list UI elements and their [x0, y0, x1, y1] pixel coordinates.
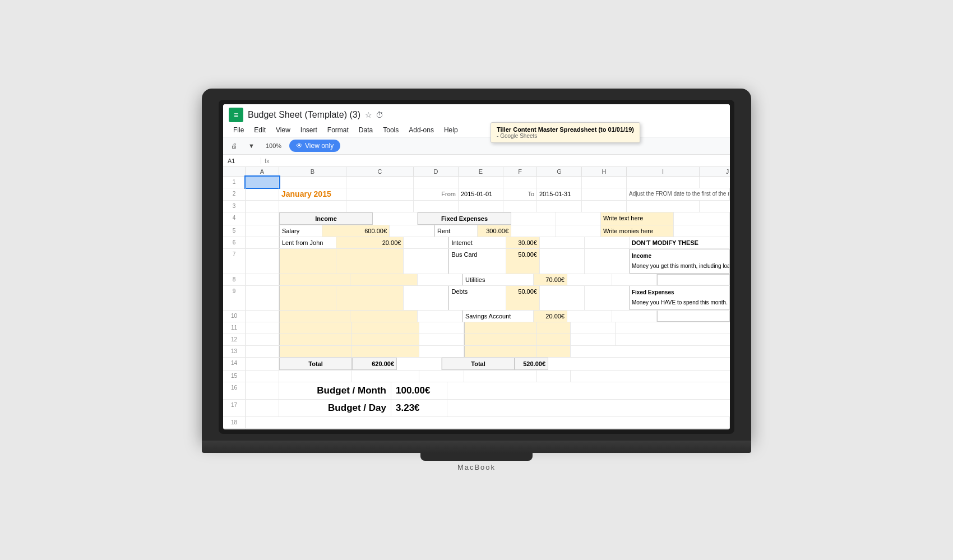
cell-a5[interactable]	[246, 225, 279, 237]
cell-d3[interactable]	[414, 201, 459, 212]
rent-amount[interactable]: 300.00€	[478, 225, 511, 237]
cell-i5[interactable]: Write monies here	[601, 225, 674, 237]
cell-g7[interactable]	[540, 249, 585, 274]
cell-b15[interactable]	[279, 371, 352, 382]
cell-e13[interactable]	[464, 346, 537, 357]
cell-f3[interactable]	[503, 201, 537, 212]
cell-b10[interactable]	[279, 311, 350, 322]
cell-d7[interactable]	[404, 249, 448, 274]
cell-g8[interactable]	[567, 274, 612, 285]
menu-format[interactable]: Format	[323, 124, 353, 136]
cell-a2[interactable]	[246, 188, 279, 200]
cell-c10[interactable]	[350, 311, 418, 322]
cell-i4[interactable]: Write text here	[601, 212, 674, 225]
cell-f13[interactable]	[537, 346, 571, 357]
cell-b8[interactable]	[279, 274, 350, 285]
cell-d13[interactable]	[419, 346, 464, 357]
star-icon[interactable]: ☆	[365, 110, 372, 119]
cell-d6[interactable]	[404, 237, 448, 248]
debts-amount[interactable]: 50.00€	[506, 286, 540, 310]
view-only-button[interactable]: 👁 View only	[289, 140, 340, 152]
cell-c12[interactable]	[352, 334, 419, 345]
cell-g9[interactable]	[540, 286, 585, 310]
lent-label[interactable]: Lent from John	[279, 237, 336, 248]
cell-f12[interactable]	[537, 334, 571, 345]
cell-h3[interactable]	[582, 201, 627, 212]
cell-a6[interactable]	[246, 237, 279, 248]
cell-d15[interactable]	[419, 371, 464, 382]
cell-i8[interactable]	[657, 274, 730, 285]
savings-amount[interactable]: 20.00€	[534, 311, 567, 322]
cell-a15[interactable]	[246, 371, 279, 382]
cell-e3[interactable]	[459, 201, 503, 212]
menu-data[interactable]: Data	[354, 124, 377, 136]
cell-h5[interactable]	[556, 225, 601, 237]
menu-insert[interactable]: Insert	[296, 124, 322, 136]
cell-e1[interactable]	[459, 177, 503, 188]
cell-a1[interactable]	[246, 177, 279, 188]
menu-edit[interactable]: Edit	[249, 124, 270, 136]
cell-j5[interactable]	[674, 225, 730, 237]
cell-i10[interactable]	[657, 311, 730, 322]
cell-c11[interactable]	[352, 322, 419, 334]
buscard-label[interactable]: Bus Card	[448, 249, 506, 274]
cell-g11[interactable]	[571, 322, 616, 334]
cell-c9[interactable]	[336, 286, 404, 310]
cell-a14[interactable]	[246, 358, 279, 370]
cell-e15[interactable]	[464, 371, 537, 382]
lent-amount[interactable]: 20.00€	[336, 237, 404, 248]
menu-file[interactable]: File	[229, 124, 248, 136]
cell-j3[interactable]	[700, 201, 730, 212]
cell-g3[interactable]	[537, 201, 582, 212]
cell-a13[interactable]	[246, 346, 279, 357]
menu-help[interactable]: Help	[440, 124, 462, 136]
cell-j4[interactable]	[674, 212, 730, 225]
debts-label[interactable]: Debts	[448, 286, 506, 310]
cell-a16[interactable]	[246, 382, 279, 399]
cell-b11[interactable]	[279, 322, 352, 334]
cell-f2[interactable]: To	[503, 188, 537, 200]
cell-b1[interactable]	[279, 177, 346, 188]
zoom-level[interactable]: 100%	[262, 141, 285, 151]
cell-g2[interactable]: 2015-01-31	[537, 188, 582, 200]
cell-e2[interactable]: 2015-01-01	[459, 188, 503, 200]
cell-c13[interactable]	[352, 346, 419, 357]
cell-a4[interactable]	[246, 212, 279, 225]
cell-d12[interactable]	[419, 334, 464, 345]
cell-h4[interactable]	[556, 212, 601, 225]
cell-g10[interactable]	[567, 311, 612, 322]
savings-label[interactable]: Savings Account	[462, 311, 534, 322]
cell-19[interactable]	[246, 429, 730, 429]
cell-d10[interactable]	[418, 311, 462, 322]
cell-d5[interactable]	[390, 225, 434, 237]
cell-a12[interactable]	[246, 334, 279, 345]
cell-b7[interactable]	[279, 249, 336, 274]
print-button[interactable]: 🖨	[228, 141, 240, 151]
buscard-amount[interactable]: 50.00€	[506, 249, 540, 274]
cell-d8[interactable]	[418, 274, 462, 285]
cell-c1[interactable]	[346, 177, 414, 188]
cell-d14[interactable]	[397, 358, 442, 370]
internet-label[interactable]: Internet	[448, 237, 506, 248]
cell-b12[interactable]	[279, 334, 352, 345]
cell-d2[interactable]: From	[414, 188, 459, 200]
utilities-amount[interactable]: 70.00€	[534, 274, 567, 285]
cell-a11[interactable]	[246, 322, 279, 334]
cell-d1[interactable]	[414, 177, 459, 188]
cell-18[interactable]	[246, 417, 730, 428]
menu-addons[interactable]: Add-ons	[404, 124, 438, 136]
rent-label[interactable]: Rent	[434, 225, 478, 237]
cell-a3[interactable]	[246, 201, 279, 212]
cell-b2[interactable]: January 2015	[279, 188, 346, 200]
cell-c3[interactable]	[346, 201, 414, 212]
cell-h10[interactable]	[612, 311, 657, 322]
cell-i3[interactable]	[627, 201, 700, 212]
cell-j1[interactable]	[700, 177, 730, 188]
cell-h7[interactable]	[585, 249, 630, 274]
cell-b13[interactable]	[279, 346, 352, 357]
cell-h8[interactable]	[612, 274, 657, 285]
cell-e11[interactable]	[464, 322, 537, 334]
cell-f15[interactable]	[537, 371, 571, 382]
cell-a17[interactable]	[246, 400, 279, 416]
cell-c7[interactable]	[336, 249, 404, 274]
